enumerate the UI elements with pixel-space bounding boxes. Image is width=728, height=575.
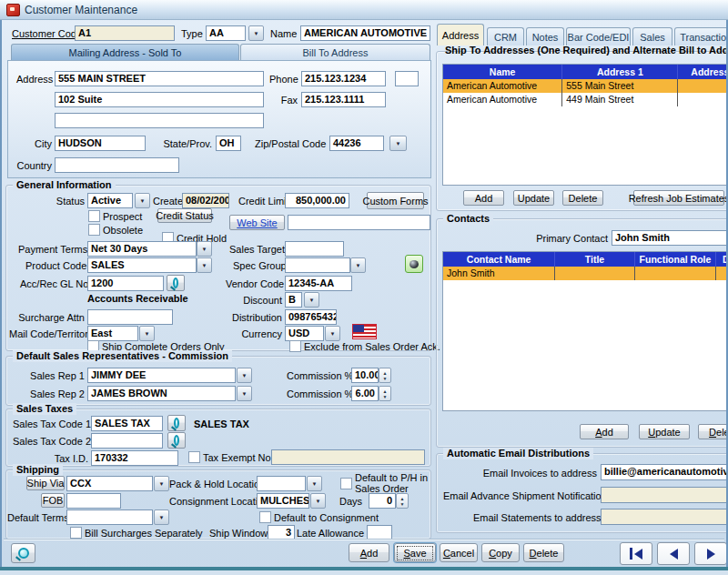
tab-address[interactable]: Address [437, 24, 484, 45]
prospect-checkbox[interactable] [88, 210, 100, 222]
vendor-code-field[interactable]: 12345-AA [285, 276, 352, 291]
contacts-grid[interactable]: Contact Name Title Functional Role Dear … [442, 251, 728, 411]
commission2-spinner-icon[interactable] [379, 386, 391, 401]
ship-via-button[interactable]: Ship Via [26, 476, 65, 490]
tab-bill-to-address[interactable]: Bill To Address [240, 44, 430, 60]
consignment-dropdown-icon[interactable] [310, 493, 326, 509]
bottom-search-button[interactable] [11, 543, 35, 563]
product-code-dropdown-icon[interactable] [197, 257, 212, 273]
currency-field[interactable]: USD [285, 326, 324, 341]
sales-target-field[interactable] [285, 241, 344, 257]
copy-button[interactable]: Copy [481, 543, 520, 562]
fob-field[interactable] [66, 493, 121, 509]
credit-limit-field[interactable]: 850,000.00 [285, 193, 349, 208]
nav-first-button[interactable] [620, 542, 652, 565]
spec-group-dropdown-icon[interactable] [350, 257, 366, 273]
credit-status-button[interactable]: Credit Status [157, 208, 212, 223]
city-field[interactable]: HUDSON [55, 136, 146, 151]
contacts-update-button[interactable]: Update [639, 424, 690, 439]
tax-code2-search-button[interactable] [167, 432, 186, 449]
customer-name-field[interactable]: AMERICAN AUTOMOTIVE [300, 25, 430, 41]
commission1-spinner-icon[interactable] [379, 368, 391, 383]
tab-notes[interactable]: Notes [526, 27, 564, 45]
default-ph-checkbox[interactable] [340, 478, 352, 489]
ship-to-add-button[interactable]: Add [463, 190, 504, 206]
web-site-button[interactable]: Web Site [229, 215, 285, 230]
tab-crm[interactable]: CRM [487, 27, 524, 45]
consignment-field[interactable]: MULCHES [257, 493, 309, 509]
default-terms-dropdown-icon[interactable] [154, 509, 169, 525]
sales-rep2-field[interactable]: JAMES BROWN [87, 386, 236, 401]
phone-field[interactable]: 215.123.1234 [301, 71, 386, 86]
customer-code-label[interactable]: Customer Code [12, 28, 82, 40]
product-code-field[interactable]: SALES [87, 257, 197, 273]
type-dropdown-icon[interactable] [248, 25, 264, 41]
zip-dropdown-icon[interactable] [389, 136, 407, 151]
add-button[interactable]: Add [349, 543, 389, 562]
ship-to-row-selected[interactable]: American Automotive 555 Main Street [443, 79, 728, 93]
sales-rep1-field[interactable]: JIMMY DEE [87, 368, 236, 383]
mail-code-field[interactable]: East [87, 326, 138, 341]
commission1-field[interactable]: 10.00 [351, 368, 379, 383]
ship-via-dropdown-icon[interactable] [154, 476, 169, 491]
status-field[interactable]: Active [87, 193, 133, 208]
obsolete-checkbox[interactable] [88, 224, 100, 236]
state-field[interactable]: OH [216, 136, 241, 151]
discount-field[interactable]: B [285, 292, 302, 308]
ship-to-grid[interactable]: Name Address 1 Address 2 American Automo… [442, 64, 728, 186]
commission2-field[interactable]: 6.00 [351, 386, 379, 401]
tax-exempt-checkbox[interactable] [188, 451, 200, 463]
pack-hold-field[interactable] [257, 476, 306, 491]
refresh-job-estimates-button[interactable]: Refresh Job Estimates [633, 190, 724, 206]
tab-mailing-address[interactable]: Mailing Address - Sold To [11, 44, 239, 60]
nav-previous-button[interactable] [657, 542, 690, 565]
spec-group-field[interactable] [285, 257, 350, 273]
tab-transactions[interactable]: Transactions [674, 27, 728, 45]
tax-code1-search-button[interactable] [167, 415, 186, 431]
webcam-orb-button[interactable] [405, 255, 423, 273]
custom-forms-button[interactable]: Custom Forms [367, 192, 424, 209]
default-consignment-checkbox[interactable] [259, 511, 271, 523]
type-field[interactable]: AA [206, 25, 246, 41]
discount-dropdown-icon[interactable] [304, 292, 319, 308]
surcharge-field[interactable] [87, 309, 173, 325]
ship-to-delete-button[interactable]: Delete [562, 190, 603, 206]
web-site-field[interactable] [288, 215, 430, 230]
tax-id-field[interactable]: 170332 [91, 450, 178, 466]
customer-code-field[interactable]: A1 [75, 25, 175, 41]
phone-ext-field[interactable] [395, 71, 419, 86]
address1-field[interactable]: 555 MAIN STREET [55, 71, 264, 86]
address3-field[interactable] [55, 113, 264, 128]
address2-field[interactable]: 102 Suite [55, 92, 264, 107]
payment-terms-field[interactable]: Net 30 Days [87, 241, 197, 257]
days-spinner-icon[interactable] [396, 493, 409, 509]
currency-dropdown-icon[interactable] [325, 326, 340, 341]
email-invoices-field[interactable]: billie@americanautomotive.com [601, 464, 728, 480]
status-dropdown-icon[interactable] [135, 193, 150, 208]
tax-code2-field[interactable] [91, 433, 163, 449]
cancel-button[interactable]: Cancel [440, 543, 478, 562]
bill-surcharges-checkbox[interactable] [70, 527, 82, 539]
days-field[interactable]: 0 [369, 493, 396, 509]
tab-barcode-edi[interactable]: Bar Code/EDI [566, 27, 631, 45]
default-terms-field[interactable] [66, 509, 153, 525]
pack-hold-dropdown-icon[interactable] [307, 476, 322, 491]
mail-code-dropdown-icon[interactable] [139, 326, 155, 341]
primary-contact-field[interactable]: John Smith [612, 230, 728, 246]
payment-terms-dropdown-icon[interactable] [197, 241, 212, 257]
exclude-ack-checkbox[interactable] [289, 340, 301, 352]
contacts-delete-button[interactable]: Delete [698, 424, 728, 439]
distribution-field[interactable]: 098765432 [285, 309, 337, 325]
ship-to-row[interactable]: American Automotive 449 Main Street [443, 93, 728, 106]
nav-next-button[interactable] [694, 542, 727, 565]
ship-via-field[interactable]: CCX [66, 476, 153, 491]
ship-to-update-button[interactable]: Update [513, 190, 554, 206]
accrec-field[interactable]: 1200 [87, 276, 164, 291]
contacts-add-button[interactable]: Add [580, 424, 629, 439]
fax-field[interactable]: 215.123.1111 [301, 92, 386, 107]
zip-field[interactable]: 44236 [329, 136, 384, 151]
accrec-search-button[interactable] [167, 275, 185, 291]
save-button[interactable]: Save [394, 543, 436, 562]
country-field[interactable] [55, 157, 179, 173]
tax-code1-field[interactable]: SALES TAX [91, 416, 163, 431]
